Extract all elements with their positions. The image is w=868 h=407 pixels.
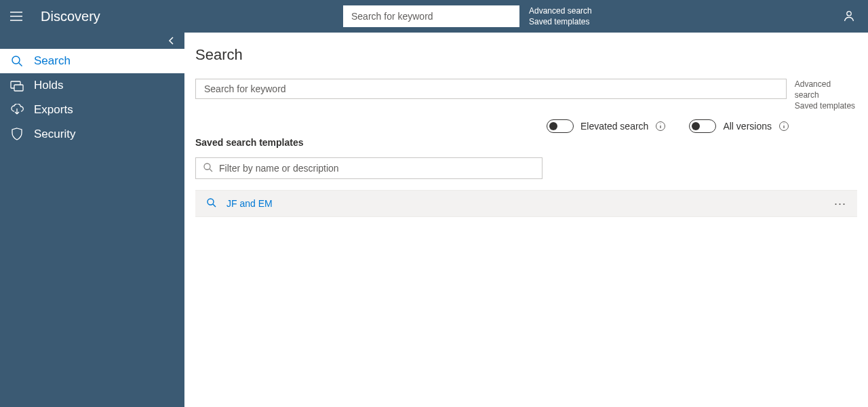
- filter-input-wrap[interactable]: [195, 157, 542, 179]
- elevated-search-toggle[interactable]: [547, 119, 574, 133]
- search-icon: [9, 55, 24, 67]
- sidebar: Search Holds Exports: [0, 33, 184, 407]
- filter-input[interactable]: [219, 163, 535, 174]
- content-row: Search Holds Exports: [0, 33, 868, 407]
- sidebar-item-label: Security: [34, 128, 75, 141]
- svg-point-7: [208, 199, 214, 205]
- saved-templates-link-top[interactable]: Saved templates: [529, 16, 592, 27]
- advanced-search-link-top[interactable]: Advanced search: [529, 5, 592, 16]
- top-bar: Discovery Advanced search Saved template…: [0, 0, 868, 33]
- svg-point-6: [204, 163, 210, 170]
- all-versions-toggle[interactable]: [689, 119, 716, 133]
- top-header-links: Advanced search Saved templates: [529, 5, 592, 27]
- info-icon[interactable]: [655, 121, 666, 132]
- template-name: JF and EM: [226, 198, 273, 209]
- saved-templates-heading: Saved search templates: [195, 137, 857, 148]
- main-content: Search Advanced search Saved templates E…: [184, 33, 868, 407]
- holds-icon: [9, 79, 24, 92]
- sidebar-item-exports[interactable]: Exports: [0, 98, 184, 122]
- more-icon[interactable]: ···: [834, 197, 846, 211]
- info-icon[interactable]: [778, 121, 789, 132]
- hamburger-icon[interactable]: [0, 12, 33, 21]
- saved-templates-link[interactable]: Saved templates: [795, 100, 857, 111]
- sidebar-item-label: Holds: [34, 79, 63, 92]
- svg-point-1: [12, 56, 20, 64]
- page-title: Search: [195, 46, 857, 64]
- collapse-sidebar-button[interactable]: [0, 33, 184, 49]
- all-versions-label: All versions: [723, 121, 772, 132]
- top-search-input[interactable]: [343, 5, 519, 27]
- user-icon[interactable]: [842, 9, 856, 24]
- search-icon: [203, 162, 214, 175]
- sidebar-item-search[interactable]: Search: [0, 49, 184, 73]
- svg-point-0: [847, 11, 851, 15]
- app-title: Discovery: [41, 9, 100, 24]
- advanced-search-link[interactable]: Advanced search: [795, 79, 857, 100]
- sidebar-item-label: Exports: [34, 103, 73, 117]
- main-search-row: Advanced search Saved templates: [195, 79, 857, 111]
- sidebar-item-security[interactable]: Security: [0, 122, 184, 147]
- cloud-download-icon: [9, 104, 24, 116]
- top-search-wrap: Advanced search Saved templates: [343, 5, 592, 27]
- main-right-links: Advanced search Saved templates: [795, 79, 857, 111]
- sidebar-item-label: Search: [34, 54, 71, 68]
- elevated-search-label: Elevated search: [580, 121, 648, 132]
- template-row[interactable]: JF and EM ···: [195, 190, 857, 217]
- search-icon: [206, 197, 217, 210]
- shield-icon: [9, 128, 24, 141]
- toggle-row: Elevated search All versions: [195, 119, 789, 133]
- main-search-input[interactable]: [195, 79, 787, 99]
- svg-rect-3: [14, 85, 23, 91]
- sidebar-item-holds[interactable]: Holds: [0, 73, 184, 98]
